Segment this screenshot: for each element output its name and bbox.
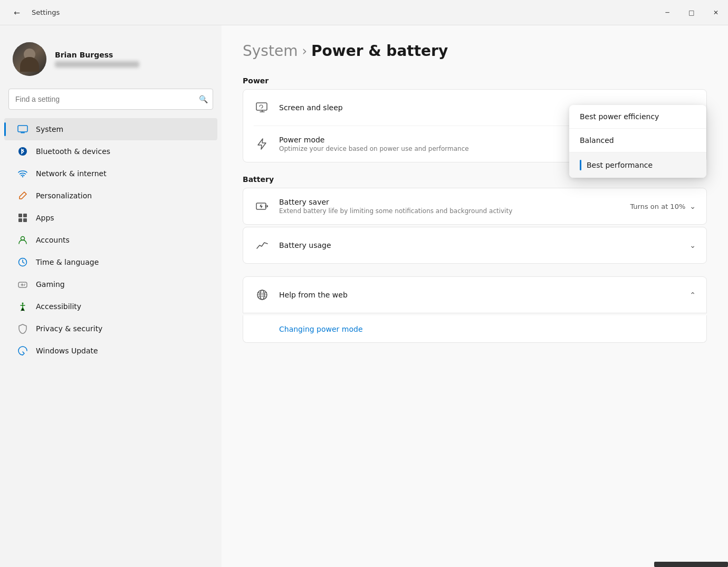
dropdown-item-efficiency-label: Best power efficiency [580, 112, 659, 121]
breadcrumb-current: Power & battery [311, 42, 448, 60]
battery-saver-icon [254, 198, 271, 215]
sidebar-item-accounts[interactable]: Accounts [4, 229, 217, 251]
privacy-icon [17, 323, 28, 334]
avatar [13, 42, 46, 76]
svg-rect-7 [23, 218, 27, 222]
breadcrumb: System › Power & battery [243, 42, 707, 60]
svg-point-3 [22, 176, 23, 177]
svg-rect-6 [18, 218, 22, 222]
close-button[interactable]: ✕ [704, 0, 728, 25]
sidebar-item-bluetooth-label: Bluetooth & devices [36, 147, 110, 156]
user-email [55, 61, 139, 68]
svg-rect-1 [21, 132, 25, 133]
sidebar-item-update-label: Windows Update [36, 347, 98, 355]
window-controls: ─ □ ✕ [655, 0, 728, 25]
sidebar-item-apps-label: Apps [36, 214, 54, 222]
user-name: Brian Burgess [55, 51, 139, 59]
sidebar-item-time[interactable]: Time & language [4, 251, 217, 273]
sidebar-item-personalization-label: Personalization [36, 191, 92, 200]
time-icon [17, 256, 28, 268]
battery-usage-content: Battery usage [279, 241, 681, 249]
sidebar-item-network-label: Network & internet [36, 169, 107, 178]
gaming-icon [17, 278, 28, 290]
sidebar: Brian Burgess 🔍 System [0, 25, 222, 567]
titlebar: ← Settings ─ □ ✕ [0, 0, 728, 25]
svg-point-2 [18, 147, 27, 156]
dropdown-item-performance-label: Best performance [587, 161, 653, 169]
sidebar-item-apps[interactable]: Apps [4, 207, 217, 229]
user-profile: Brian Burgess [0, 34, 222, 89]
sidebar-item-network[interactable]: Network & internet [4, 162, 217, 185]
help-web-content: Help from the web [279, 291, 681, 299]
power-section-title: Power [243, 76, 707, 85]
sidebar-item-accessibility-label: Accessibility [36, 302, 81, 311]
help-web-label: Help from the web [279, 291, 681, 299]
battery-section: Battery Battery saver Extend batt [243, 175, 707, 264]
scrollbar-thumb [654, 562, 728, 567]
help-web-row[interactable]: Help from the web ⌃ [243, 277, 706, 313]
accessibility-icon [17, 301, 28, 312]
accounts-icon [17, 234, 28, 246]
apps-icon [17, 212, 28, 224]
dropdown-item-performance[interactable]: Best performance [569, 152, 706, 178]
search-icon: 🔍 [199, 95, 208, 103]
battery-saver-content: Battery saver Extend battery life by lim… [279, 198, 621, 215]
sidebar-item-system-label: System [36, 125, 63, 133]
user-info: Brian Burgess [55, 51, 139, 68]
sidebar-item-accessibility[interactable]: Accessibility [4, 295, 217, 318]
svg-rect-4 [18, 214, 22, 217]
network-icon [17, 168, 28, 179]
personalization-icon [17, 190, 28, 201]
sidebar-item-system[interactable]: System [4, 118, 217, 140]
content-area: System › Power & battery Power [222, 25, 728, 567]
power-mode-icon [254, 136, 271, 152]
power-mode-link-card: Changing power mode [243, 315, 707, 343]
breadcrumb-separator: › [302, 44, 307, 59]
bluetooth-icon [17, 146, 28, 157]
search-input[interactable] [8, 89, 213, 110]
svg-point-11 [24, 284, 25, 285]
power-mode-dropdown: Best power efficiency Balanced Best perf… [569, 105, 706, 178]
dropdown-item-balanced[interactable]: Balanced [569, 129, 706, 152]
web-section: Help from the web ⌃ Changing power mode [243, 276, 707, 343]
back-button[interactable]: ← [8, 4, 25, 21]
sidebar-item-update[interactable]: Windows Update [4, 340, 217, 362]
battery-saver-row[interactable]: Battery saver Extend battery life by lim… [243, 188, 706, 224]
help-web-card: Help from the web ⌃ [243, 276, 707, 313]
svg-point-13 [22, 303, 24, 304]
power-mode-row[interactable]: Power mode Optimize your device based on… [243, 126, 706, 162]
sidebar-item-personalization[interactable]: Personalization [4, 185, 217, 207]
battery-usage-card: Battery usage ⌄ [243, 227, 707, 264]
screen-sleep-icon [254, 99, 271, 116]
sidebar-item-gaming[interactable]: Gaming [4, 273, 217, 295]
battery-saver-subtitle: Extend battery life by limiting some not… [279, 207, 621, 215]
battery-usage-row[interactable]: Battery usage ⌄ [243, 227, 706, 263]
search-box: 🔍 [8, 89, 213, 110]
battery-usage-icon [254, 237, 271, 254]
avatar-image [13, 42, 46, 76]
battery-saver-action: Turns on at 10% ⌄ [630, 202, 696, 210]
minimize-button[interactable]: ─ [655, 0, 679, 25]
help-web-action: ⌃ [689, 291, 696, 299]
sidebar-item-bluetooth[interactable]: Bluetooth & devices [4, 140, 217, 162]
battery-usage-chevron: ⌄ [689, 241, 696, 249]
svg-rect-14 [256, 103, 267, 110]
sidebar-item-accounts-label: Accounts [36, 236, 70, 244]
help-web-chevron: ⌃ [689, 291, 696, 299]
update-icon [17, 345, 28, 357]
app-title: Settings [32, 8, 60, 16]
dropdown-item-balanced-label: Balanced [580, 136, 614, 145]
battery-saver-chevron: ⌄ [689, 202, 696, 210]
dropdown-item-efficiency[interactable]: Best power efficiency [569, 105, 706, 128]
svg-point-12 [24, 285, 25, 286]
app-container: Brian Burgess 🔍 System [0, 25, 728, 567]
breadcrumb-parent: System [243, 42, 298, 60]
maximize-button[interactable]: □ [679, 0, 704, 25]
svg-rect-5 [23, 214, 27, 217]
sidebar-item-privacy[interactable]: Privacy & security [4, 318, 217, 340]
help-web-icon [254, 286, 271, 303]
battery-saver-status: Turns on at 10% [630, 203, 685, 210]
system-icon [17, 123, 28, 135]
changing-power-mode-link[interactable]: Changing power mode [279, 325, 363, 333]
sidebar-item-time-label: Time & language [36, 258, 99, 266]
